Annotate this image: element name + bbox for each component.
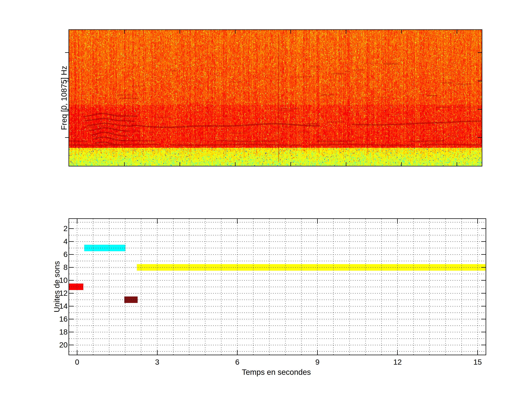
x-tick-label: 15 xyxy=(474,358,482,366)
time-tick-bottom xyxy=(180,162,180,166)
x-tick-label: 6 xyxy=(235,358,239,366)
x-tick-label: 12 xyxy=(393,358,402,366)
time-tick-bottom xyxy=(401,162,402,166)
time-tick-top xyxy=(235,30,235,34)
x-tick-label: 9 xyxy=(315,358,320,366)
time-tick-bottom xyxy=(346,162,346,166)
y-tick-label: 4 xyxy=(51,237,68,246)
y-tick-label: 18 xyxy=(51,328,68,336)
time-tick-bottom xyxy=(290,162,291,166)
time-tick-top xyxy=(457,30,457,34)
time-tick-top xyxy=(180,30,180,34)
time-tick-top xyxy=(346,30,346,34)
time-tick-top xyxy=(124,30,125,34)
x-tick-label: 3 xyxy=(155,358,159,366)
freq-tick-left xyxy=(65,137,69,138)
units-ylabel: Unites de sons xyxy=(53,261,61,312)
time-tick-top xyxy=(401,30,402,34)
time-tick-bottom xyxy=(235,162,235,166)
freq-tick-right xyxy=(478,52,482,53)
units-axes-box xyxy=(69,218,486,355)
units-xlabel: Temps en secondes xyxy=(242,368,311,376)
figure-canvas: Freq [0, 10875] Hz 036912152468101214161… xyxy=(0,0,532,399)
spectrogram-axes-box xyxy=(69,29,482,166)
y-tick-label: 16 xyxy=(51,315,68,323)
y-tick-label: 6 xyxy=(51,250,68,259)
freq-tick-right xyxy=(478,109,482,109)
freq-tick-right xyxy=(478,137,482,138)
freq-tick-right xyxy=(478,81,482,81)
time-tick-bottom xyxy=(124,162,125,166)
x-tick-label: 0 xyxy=(75,358,79,366)
freq-tick-left xyxy=(65,52,69,53)
y-tick-label: 20 xyxy=(51,341,68,349)
spectrogram-ylabel: Freq [0, 10875] Hz xyxy=(60,66,68,130)
y-tick-label: 2 xyxy=(51,224,68,233)
time-tick-top xyxy=(290,30,291,34)
time-tick-bottom xyxy=(457,162,457,166)
